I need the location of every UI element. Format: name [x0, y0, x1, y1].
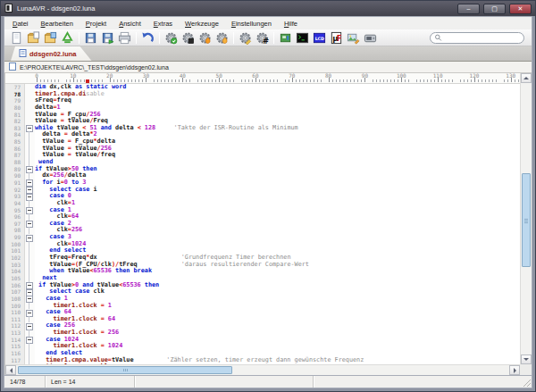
vertical-scrollbar[interactable] — [520, 73, 532, 364]
terminal-button[interactable] — [294, 30, 311, 46]
fold-collapse-box[interactable] — [24, 337, 35, 344]
fold-collapse-box[interactable] — [24, 288, 35, 296]
fold-margin — [24, 146, 35, 153]
menu-item-ansicht[interactable]: Ansicht — [113, 19, 147, 29]
undo-button[interactable] — [139, 30, 156, 46]
line-number: 80 — [5, 104, 24, 112]
maximize-button[interactable]: ▢ — [483, 4, 506, 14]
code-line-109[interactable]: 109 timer1.clock = 1 — [5, 303, 520, 310]
menu-item-hilfe[interactable]: Hilfe — [278, 19, 304, 29]
fold-collapse-box[interactable] — [24, 166, 35, 173]
programmer-button[interactable] — [362, 30, 379, 46]
minimize-button[interactable]: – — [457, 4, 480, 14]
undo-icon — [141, 31, 155, 45]
save-button[interactable] — [82, 30, 99, 46]
search-input[interactable] — [445, 35, 520, 41]
code-line-87[interactable]: 87 tValue = tValue/freq — [5, 152, 520, 159]
compile-gear-check-icon — [164, 31, 178, 45]
code-line-78[interactable]: 78timer1.cmpa.disable — [5, 91, 520, 98]
code-line-113[interactable]: 113 timer1.clock = 256 — [5, 329, 520, 337]
menu-item-werkzeuge[interactable]: Werkzeuge — [179, 19, 225, 29]
scroll-right-button[interactable] — [509, 365, 520, 375]
code-line-115[interactable]: 115 timer1.clock = 1024 — [5, 343, 520, 350]
document-icon — [9, 63, 16, 71]
line-number: 103 — [5, 262, 24, 269]
code-line-111[interactable]: 111 timer1.clock = 64 — [5, 316, 520, 323]
compile-gear-dark-button[interactable] — [180, 30, 197, 46]
fold-collapse-box[interactable] — [24, 296, 35, 303]
code-lines[interactable]: 77dim dx,clk as static word78timer1.cmpa… — [5, 84, 520, 364]
flash-gear-2-button[interactable] — [214, 30, 230, 46]
code-line-107[interactable]: 107 select case clk — [5, 288, 520, 296]
fold-collapse-box[interactable] — [24, 125, 35, 132]
print-button[interactable] — [116, 30, 133, 46]
vertical-scroll-thumb[interactable] — [522, 173, 531, 267]
code-line-79[interactable]: 79sFreq=freq — [5, 97, 520, 104]
code-line-92[interactable]: 92 select case i — [5, 187, 520, 194]
close-button[interactable]: ✕ — [509, 4, 532, 14]
menu-item-einstellungen[interactable]: Einstellungen — [225, 19, 278, 29]
line-number: 85 — [5, 138, 24, 146]
scrollbar-corner — [520, 364, 532, 375]
menu-bar: DateiBearbeitenProjektAnsichtExtrasWerkz… — [4, 17, 532, 29]
line-number: 89 — [5, 166, 24, 173]
lcd-display-icon: LCD — [313, 31, 326, 45]
open-project-icon — [44, 31, 57, 45]
uf-tool-icon: µF — [330, 31, 343, 45]
path-bar: E:\PROJEKTE\LAVRC\_TEST\ddsgen\ddsgen02.… — [4, 62, 532, 73]
search-box[interactable] — [430, 32, 524, 44]
menu-item-bearbeiten[interactable]: Bearbeiten — [35, 19, 80, 29]
fold-margin — [24, 262, 35, 269]
line-number: 86 — [5, 146, 24, 153]
horizontal-scroll-thumb[interactable] — [18, 366, 232, 374]
lcd-display-button[interactable]: LCD — [311, 30, 328, 46]
toolbar-separator — [79, 32, 80, 44]
fold-collapse-box[interactable] — [24, 282, 35, 289]
open-project-button[interactable] — [42, 30, 59, 46]
fold-collapse-box[interactable] — [24, 193, 35, 200]
fold-margin — [24, 241, 35, 248]
line-number: 88 — [5, 159, 24, 166]
fold-collapse-box[interactable] — [24, 187, 35, 194]
code-line-94[interactable]: 94 clk=1 — [5, 200, 520, 207]
tab-ddsgen02[interactable]: ddsgen02.luna — [11, 46, 92, 61]
menu-item-projekt[interactable]: Projekt — [80, 19, 113, 29]
new-file-button[interactable] — [8, 30, 25, 46]
scroll-up-button[interactable] — [521, 73, 532, 83]
code-line-95[interactable]: 95 case 1 — [5, 207, 520, 214]
title-bar[interactable]: LunaAVR - ddsgen02.luna – ▢ ✕ — [1, 1, 535, 16]
fold-collapse-box[interactable] — [24, 221, 35, 228]
gear-hash-button[interactable]: # — [254, 30, 271, 46]
fold-margin — [24, 343, 35, 350]
scroll-left-button[interactable] — [5, 365, 16, 375]
chip-button[interactable] — [277, 30, 294, 46]
uf-tool-button[interactable]: µF — [328, 30, 345, 46]
gear-edit-button[interactable] — [237, 30, 254, 46]
toolbar-separator — [273, 32, 274, 44]
open-folder-button[interactable] — [25, 30, 42, 46]
scroll-down-button[interactable] — [521, 354, 532, 364]
code-line-104[interactable]: 104 when tValue<65536 then break — [5, 268, 520, 275]
image-editor-button[interactable] — [345, 30, 362, 46]
horizontal-scrollbar[interactable] — [5, 364, 520, 375]
code-line-93[interactable]: 93 case 0 — [5, 193, 520, 200]
fold-collapse-box[interactable] — [24, 322, 35, 329]
compile-gear-check-button[interactable] — [163, 30, 180, 46]
fold-collapse-box[interactable] — [24, 309, 35, 316]
fold-collapse-box[interactable] — [24, 179, 35, 187]
fold-collapse-box[interactable] — [24, 207, 35, 214]
save-all-button[interactable] — [99, 30, 116, 46]
recycle-button[interactable] — [59, 30, 76, 46]
flash-gear-1-button[interactable] — [197, 30, 214, 46]
code-editor[interactable]: 0102030405060708090100110120130 77dim dx… — [4, 73, 532, 375]
code-line-96[interactable]: 96 clk=64 — [5, 213, 520, 221]
code-line-97[interactable]: 97 case 2 — [5, 221, 520, 228]
line-number: 107 — [5, 288, 24, 296]
menu-item-extras[interactable]: Extras — [147, 19, 179, 29]
fold-margin — [24, 213, 35, 221]
fold-collapse-box[interactable] — [24, 234, 35, 241]
menu-item-datei[interactable]: Datei — [6, 19, 35, 29]
app-window: LunaAVR - ddsgen02.luna – ▢ ✕ DateiBearb… — [0, 0, 536, 392]
fold-margin — [24, 350, 35, 357]
code-line-98[interactable]: 98 clk=256 — [5, 227, 520, 234]
